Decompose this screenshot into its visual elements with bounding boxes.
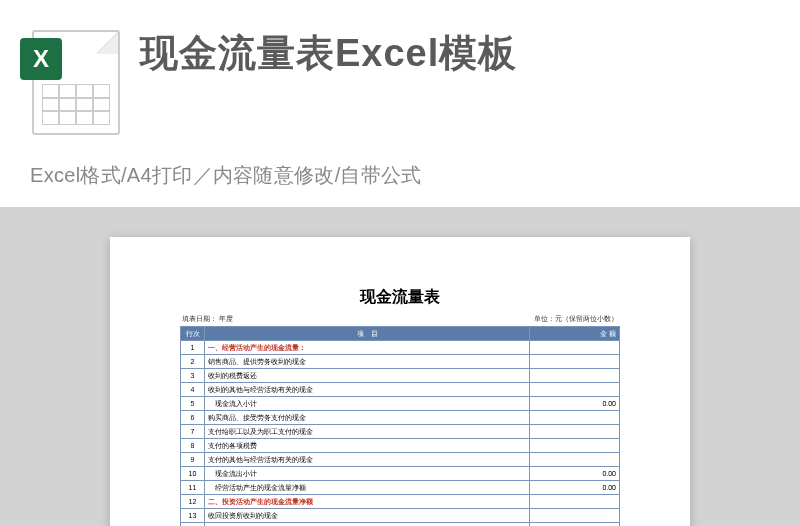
- table-row: 7支付给职工以及为职工支付的现金: [181, 425, 620, 439]
- row-label: 收到的税费返还: [205, 369, 530, 383]
- table-row: 2销售商品、提供劳务收到的现金: [181, 355, 620, 369]
- table-row: 3收到的税费返还: [181, 369, 620, 383]
- row-label: 支付给职工以及为职工支付的现金: [205, 425, 530, 439]
- meta-left: 填表日期： 年度: [182, 314, 233, 324]
- row-amount: [530, 509, 620, 523]
- table-row: 11 经营活动产生的现金流量净额0.00: [181, 481, 620, 495]
- row-amount: [530, 341, 620, 355]
- row-label: 现金流出小计: [205, 467, 530, 481]
- row-amount: [530, 495, 620, 509]
- row-num: 9: [181, 453, 205, 467]
- row-label: 收回投资所收到的现金: [205, 509, 530, 523]
- row-label: 经营活动产生的现金流量净额: [205, 481, 530, 495]
- table-header-row: 行次 项 目 金 额: [181, 327, 620, 341]
- row-label: 支付的各项税费: [205, 439, 530, 453]
- col-header-amount: 金 额: [530, 327, 620, 341]
- row-num: 7: [181, 425, 205, 439]
- table-row: 8支付的各项税费: [181, 439, 620, 453]
- table-row: 4收到的其他与经营活动有关的现金: [181, 383, 620, 397]
- row-label: 二、投资活动产生的现金流量净额: [205, 495, 530, 509]
- row-label: 销售商品、提供劳务收到的现金: [205, 355, 530, 369]
- table-row: 12二、投资活动产生的现金流量净额: [181, 495, 620, 509]
- col-header-item: 项 目: [205, 327, 530, 341]
- table-row: 5 现金流入小计0.00: [181, 397, 620, 411]
- table-row: 10 现金流出小计0.00: [181, 467, 620, 481]
- row-amount: [530, 355, 620, 369]
- row-amount: 0.00: [530, 481, 620, 495]
- document-preview: 现金流量表 填表日期： 年度 单位：元（保留两位小数） 行次 项 目 金 额 1…: [110, 237, 690, 526]
- table-row: 14取得投资收益所收到的现金: [181, 523, 620, 527]
- preview-area: 现金流量表 填表日期： 年度 单位：元（保留两位小数） 行次 项 目 金 额 1…: [0, 207, 800, 526]
- row-num: 10: [181, 467, 205, 481]
- row-amount: [530, 439, 620, 453]
- title-block: 现金流量表Excel模板: [140, 20, 770, 79]
- row-label: 取得投资收益所收到的现金: [205, 523, 530, 527]
- table-row: 1一、经营活动产生的现金流量：: [181, 341, 620, 355]
- row-label: 购买商品、接受劳务支付的现金: [205, 411, 530, 425]
- table-row: 9支付的其他与经营活动有关的现金: [181, 453, 620, 467]
- row-num: 12: [181, 495, 205, 509]
- row-amount: [530, 383, 620, 397]
- header-area: X 现金流量表Excel模板: [0, 0, 800, 155]
- row-num: 5: [181, 397, 205, 411]
- row-num: 4: [181, 383, 205, 397]
- row-num: 14: [181, 523, 205, 527]
- row-num: 1: [181, 341, 205, 355]
- row-amount: [530, 411, 620, 425]
- row-num: 13: [181, 509, 205, 523]
- row-label: 支付的其他与经营活动有关的现金: [205, 453, 530, 467]
- row-num: 6: [181, 411, 205, 425]
- row-num: 11: [181, 481, 205, 495]
- excel-file-icon: X: [20, 20, 120, 135]
- row-label: 一、经营活动产生的现金流量：: [205, 341, 530, 355]
- row-amount: 0.00: [530, 397, 620, 411]
- row-num: 3: [181, 369, 205, 383]
- table-row: 6购买商品、接受劳务支付的现金: [181, 411, 620, 425]
- doc-meta: 填表日期： 年度 单位：元（保留两位小数）: [180, 314, 620, 324]
- table-row: 13收回投资所收到的现金: [181, 509, 620, 523]
- row-amount: [530, 425, 620, 439]
- excel-badge-icon: X: [20, 38, 62, 80]
- col-header-num: 行次: [181, 327, 205, 341]
- subtitle-text: Excel格式/A4打印／内容随意修改/自带公式: [30, 162, 770, 189]
- doc-title: 现金流量表: [180, 287, 620, 308]
- row-amount: [530, 453, 620, 467]
- row-num: 8: [181, 439, 205, 453]
- row-amount: 0.00: [530, 467, 620, 481]
- row-amount: [530, 369, 620, 383]
- cashflow-table: 行次 项 目 金 额 1一、经营活动产生的现金流量：2销售商品、提供劳务收到的现…: [180, 326, 620, 526]
- row-label: 现金流入小计: [205, 397, 530, 411]
- row-amount: [530, 523, 620, 527]
- meta-right: 单位：元（保留两位小数）: [534, 314, 618, 324]
- row-label: 收到的其他与经营活动有关的现金: [205, 383, 530, 397]
- page-title: 现金流量表Excel模板: [140, 28, 770, 79]
- subtitle-bar: Excel格式/A4打印／内容随意修改/自带公式: [0, 152, 800, 207]
- row-num: 2: [181, 355, 205, 369]
